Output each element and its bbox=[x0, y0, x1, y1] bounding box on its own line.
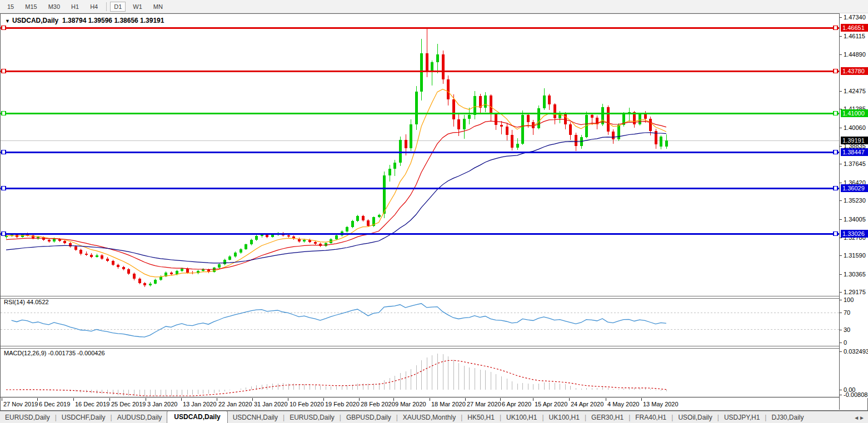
chart-tab-XAUUSD-Monthly[interactable]: XAUUSD,Monthly bbox=[398, 412, 461, 423]
hline-handle[interactable] bbox=[2, 232, 6, 236]
chart-tab-UK100-H1[interactable]: UK100,H1 bbox=[501, 412, 542, 423]
price-axis-label: 1.40060 bbox=[844, 124, 866, 131]
candle-body bbox=[644, 114, 647, 119]
price-axis[interactable]: 1.473401.461151.448901.424751.412851.400… bbox=[840, 13, 868, 398]
chart-tab-USOil-Daily[interactable]: USOil,Daily bbox=[673, 412, 717, 423]
toolbar-separator bbox=[106, 2, 107, 11]
candle-body bbox=[393, 163, 396, 169]
candle-body bbox=[511, 135, 513, 148]
candle-body bbox=[553, 104, 556, 118]
candle-body bbox=[665, 140, 668, 147]
time-axis-date: 13 Jan 2020 bbox=[183, 401, 217, 407]
chart-tab-USDCNH-Daily[interactable]: USDCNH,Daily bbox=[228, 412, 283, 423]
hline-handle[interactable] bbox=[2, 69, 6, 73]
time-axis-date: 10 Feb 2020 bbox=[290, 401, 324, 407]
price-badge-1.43780: 1.43780 bbox=[841, 67, 868, 75]
timeframe-button-H1[interactable]: H1 bbox=[67, 2, 83, 12]
candle-body bbox=[356, 216, 359, 221]
chart-tab-USDCAD-Daily[interactable]: USDCAD,Daily bbox=[167, 411, 227, 423]
time-axis-date: 28 Feb 2020 bbox=[361, 401, 395, 407]
time-axis[interactable]: 27 Nov 20196 Dec 201916 Dec 201925 Dec 2… bbox=[1, 398, 839, 410]
hline-handle[interactable] bbox=[2, 150, 6, 154]
candle-body bbox=[490, 95, 492, 114]
chart-tab-EURUSD-Daily[interactable]: EURUSD,Daily bbox=[0, 412, 55, 423]
price-badge-1.36029: 1.36029 bbox=[841, 184, 868, 192]
candle-body bbox=[463, 119, 466, 129]
hline-handle[interactable] bbox=[834, 69, 837, 73]
price-axis-tick bbox=[840, 17, 842, 18]
timeframe-button-H4[interactable]: H4 bbox=[86, 2, 102, 12]
chart-tab-AUDUSD-Daily[interactable]: AUDUSD,Daily bbox=[112, 412, 167, 423]
timeframe-button-M30[interactable]: M30 bbox=[44, 2, 64, 12]
chart-tab-USDJPY-H1[interactable]: USDJPY,H1 bbox=[719, 412, 765, 423]
macd-chart[interactable] bbox=[1, 349, 839, 397]
candle-body bbox=[186, 269, 189, 273]
price-axis-label: 1.31590 bbox=[844, 252, 866, 259]
candle-body bbox=[314, 242, 317, 244]
hline-handle[interactable] bbox=[2, 112, 6, 115]
time-axis-tick bbox=[606, 398, 606, 401]
candle-body bbox=[367, 220, 370, 226]
time-axis-date: 4 May 2020 bbox=[607, 401, 639, 407]
time-axis-tick bbox=[359, 398, 360, 401]
chart-tab-GBPUSD-Daily[interactable]: GBPUSD,Daily bbox=[341, 412, 396, 423]
time-axis-date: 19 Feb 2020 bbox=[325, 401, 360, 407]
rsi-axis-label: 30 bbox=[844, 326, 850, 333]
hline-handle[interactable] bbox=[834, 112, 837, 115]
price-badge-1.39191: 1.39191 bbox=[841, 137, 868, 144]
macd-axis-tick bbox=[840, 351, 842, 352]
candle-body bbox=[5, 236, 8, 237]
time-axis-tick bbox=[37, 398, 38, 401]
chart-tab-USDCHF-Daily[interactable]: USDCHF,Daily bbox=[57, 412, 111, 423]
time-axis-tick bbox=[288, 398, 288, 401]
price-axis-tick bbox=[840, 274, 842, 275]
rsi-axis-tick bbox=[840, 300, 842, 300]
candle-body bbox=[96, 255, 98, 257]
candle-body bbox=[271, 235, 274, 237]
candle-body bbox=[405, 140, 407, 148]
chart-tab-DJ30-Daily[interactable]: DJ30,Daily bbox=[766, 412, 809, 423]
price-axis-tick bbox=[840, 54, 842, 55]
price-axis-tick bbox=[840, 91, 842, 92]
chart-tab-UK100-H1[interactable]: UK100,H1 bbox=[544, 412, 585, 423]
macd-axis-label: -0.008086 bbox=[844, 391, 868, 398]
time-axis-tick bbox=[500, 398, 501, 401]
candle-body bbox=[223, 260, 226, 264]
hline-handle[interactable] bbox=[834, 150, 837, 154]
timeframe-button-M15[interactable]: M15 bbox=[21, 2, 41, 12]
chart-tab-GER30-H1[interactable]: GER30,H1 bbox=[586, 412, 628, 423]
time-axis-tick bbox=[146, 398, 146, 401]
chart-tab-FRA40-H1[interactable]: FRA40,H1 bbox=[630, 412, 671, 423]
candle-body bbox=[468, 115, 471, 119]
candle-body bbox=[218, 264, 221, 268]
tab-scroll-left-icon[interactable]: ◄ bbox=[854, 415, 859, 421]
candle-body bbox=[591, 115, 593, 117]
chart-tab-HK50-H1[interactable]: HK50,H1 bbox=[462, 412, 500, 423]
hline-handle[interactable] bbox=[834, 232, 837, 236]
timeframe-button-D1[interactable]: D1 bbox=[110, 2, 126, 12]
candle-body bbox=[516, 144, 519, 148]
price-axis-tick bbox=[840, 128, 842, 128]
chart-tab-EURUSD-Daily[interactable]: EURUSD,Daily bbox=[285, 412, 340, 423]
candle-body bbox=[612, 132, 615, 139]
candle-body bbox=[85, 254, 88, 255]
price-axis-tick bbox=[840, 219, 842, 220]
time-axis-date: 9 Mar 2020 bbox=[395, 401, 426, 407]
rsi-chart[interactable] bbox=[1, 298, 839, 344]
candle-body bbox=[346, 227, 348, 231]
timeframe-button-MN[interactable]: MN bbox=[149, 2, 167, 12]
hline-handle[interactable] bbox=[834, 187, 837, 190]
hline-handle[interactable] bbox=[2, 187, 6, 190]
timeframe-button-W1[interactable]: W1 bbox=[129, 2, 146, 12]
price-axis-tick bbox=[840, 164, 842, 164]
price-chart[interactable] bbox=[1, 16, 839, 295]
hline-handle[interactable] bbox=[2, 26, 6, 30]
candle-body bbox=[473, 96, 476, 115]
hline-handle[interactable] bbox=[834, 26, 837, 30]
chart-tabs-bar: EURUSD,Daily|USDCHF,Daily|AUDUSD,DailyUS… bbox=[0, 411, 868, 423]
timeframe-button-15[interactable]: 15 bbox=[3, 2, 18, 12]
chart-dropdown-icon[interactable]: ▼ bbox=[5, 18, 10, 24]
time-axis-date: 6 Dec 2019 bbox=[39, 401, 70, 407]
rsi-line bbox=[12, 304, 666, 337]
tab-scroll-right-icon[interactable]: ► bbox=[859, 415, 865, 421]
